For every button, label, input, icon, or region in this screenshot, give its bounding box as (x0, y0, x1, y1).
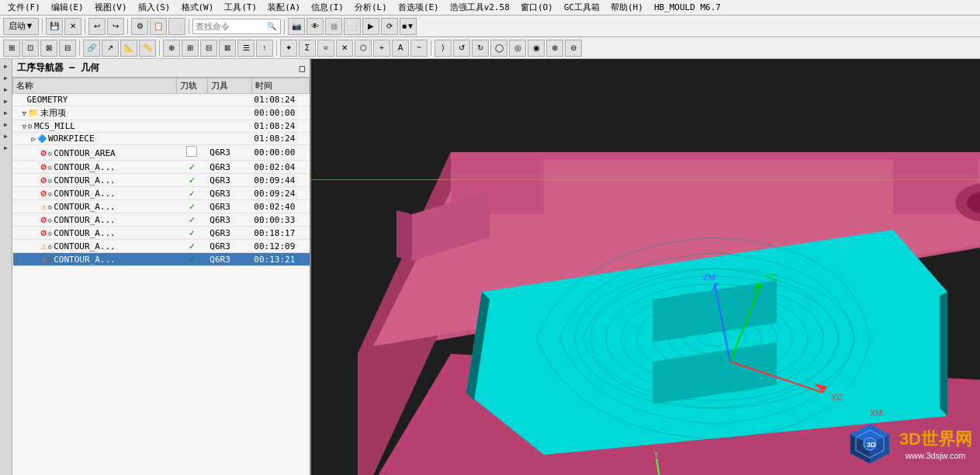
t2-bullseye[interactable]: ◉ (528, 40, 545, 57)
table-row[interactable]: ⊘⚙CONTOUR_A...✓Q6R300:18:17 (13, 227, 310, 240)
cell-time: 00:00:33 (251, 213, 309, 227)
nav-panel-close[interactable]: □ (300, 63, 305, 74)
table-row[interactable]: ▽📁未用项00:00:00 (13, 106, 310, 120)
table-row[interactable]: ▽⚙MCS_MILL01:08:24 (13, 120, 310, 133)
select-button[interactable]: ▦ (325, 18, 342, 35)
expand-icon[interactable]: ▷ (32, 135, 36, 143)
menu-file[interactable]: 文件(F) (3, 1, 45, 14)
t2-angle[interactable]: 📐 (120, 40, 137, 57)
t2-btn4[interactable]: ⊟ (59, 40, 76, 57)
t2-hex[interactable]: ⬡ (355, 40, 372, 57)
table-row[interactable]: ⚠⚙CONTOUR_A...✓Q6R300:13:21 (13, 253, 310, 266)
table-row[interactable]: ⊘⚙CONTOUR_A...✓Q6R300:02:04 (13, 161, 310, 174)
start-button[interactable]: 启动▼ (3, 18, 39, 35)
t2-dotcirc[interactable]: ◎ (509, 40, 526, 57)
t2-btn2[interactable]: ⊡ (22, 40, 39, 57)
t2-A[interactable]: A (392, 40, 409, 57)
t2-circ2[interactable]: ◯ (490, 40, 507, 57)
t2-tilde[interactable]: ~ (410, 40, 428, 57)
t2-xmark[interactable]: ✕ (336, 40, 353, 57)
t2-plus[interactable]: + (373, 40, 390, 57)
t2-btn1[interactable]: ⊞ (3, 40, 20, 57)
t2-approx[interactable]: ≈ (317, 40, 334, 57)
expand-icon[interactable]: ▽ (23, 109, 26, 117)
menu-gc[interactable]: GC工具箱 (559, 1, 604, 14)
cell-name: ⚠⚙CONTOUR_A... (13, 200, 177, 213)
left-icon-3[interactable]: ▶ (1, 84, 12, 95)
t2-undo[interactable]: ↺ (453, 40, 470, 57)
menu-help[interactable]: 帮助(H) (606, 1, 648, 14)
menu-format[interactable]: 格式(W) (177, 1, 219, 14)
layers-button[interactable]: 📋 (150, 18, 167, 35)
play-button[interactable]: ▶ (362, 18, 379, 35)
menu-tools[interactable]: 工具(T) (220, 1, 261, 14)
table-row[interactable]: ⚠⚙CONTOUR_A...✓Q6R300:02:40 (13, 200, 310, 213)
menu-info[interactable]: 信息(I) (306, 1, 348, 14)
cell-time: 00:09:24 (251, 187, 309, 200)
left-icon-4[interactable]: ▶ (1, 95, 12, 106)
table-row[interactable]: ⊘⚙CONTOUR_A...✓Q6R300:09:24 (13, 187, 310, 200)
t2-minus2[interactable]: ⊖ (565, 40, 582, 57)
t2-link[interactable]: 🔗 (83, 40, 100, 57)
left-icon-1[interactable]: ▶ (1, 61, 12, 71)
cam-button[interactable]: 📷 (288, 18, 305, 35)
refresh-button[interactable]: ⟳ (381, 18, 398, 35)
menu-assembly[interactable]: 装配(A) (263, 1, 305, 14)
left-icon-2[interactable]: ▶ (1, 72, 12, 83)
col-time: 时间 (251, 78, 309, 94)
layers2-button[interactable]: ⬜ (168, 18, 185, 35)
t2-btn3[interactable]: ⊠ (40, 40, 57, 57)
t2-grid[interactable]: ⊞ (182, 40, 199, 57)
menu-hb[interactable]: HB_MOULD M6.7 (649, 2, 725, 13)
table-row[interactable]: ⊘⚙CONTOUR_A...✓Q6R300:00:33 (13, 213, 310, 227)
xm-label: XM (870, 408, 883, 418)
save-button[interactable]: 💾 (46, 18, 63, 35)
table-row[interactable]: ⊘⚙CONTOUR_AREAQ6R300:00:00 (13, 145, 310, 161)
search-input[interactable] (193, 22, 263, 31)
expand-icon[interactable]: ▽ (23, 123, 26, 130)
t2-plus2[interactable]: ⊕ (546, 40, 563, 57)
menu-analysis[interactable]: 分析(L) (350, 1, 392, 14)
left-icon-7[interactable]: ▶ (1, 130, 12, 141)
sep2 (85, 19, 85, 34)
color-button[interactable]: ■▼ (400, 18, 417, 35)
t2-arrow[interactable]: ↗ (102, 40, 119, 57)
menu-window[interactable]: 窗口(O) (516, 1, 558, 14)
table-row[interactable]: ⚠⚙CONTOUR_A...✓Q6R300:12:09 (13, 240, 310, 253)
left-icon-6[interactable]: ▶ (1, 119, 12, 130)
t2-up[interactable]: ↑ (256, 40, 273, 57)
table-row[interactable]: ▷🔷WORKPIECE01:08:24 (13, 133, 310, 145)
t2-chevron[interactable]: ⟩ (435, 40, 452, 57)
cell-name: ⊘⚙CONTOUR_AREA (13, 145, 177, 161)
menu-view[interactable]: 视图(V) (90, 1, 132, 14)
cell-toolpath: ✓ (176, 240, 207, 253)
redo-button[interactable]: ↪ (107, 18, 124, 35)
cell-toolpath: ✓ (176, 200, 207, 213)
menu-haoqiang[interactable]: 浩强工具v2.58 (445, 1, 514, 14)
menu-edit[interactable]: 编辑(E) (47, 1, 88, 14)
search-button[interactable]: 🔍 (263, 18, 280, 35)
left-icon-5[interactable]: ▶ (1, 107, 12, 118)
view-button[interactable]: 👁 (306, 18, 324, 35)
table-row[interactable]: GEOMETRY01:08:24 (13, 94, 310, 106)
cell-time: 00:12:09 (251, 240, 309, 253)
t2-star[interactable]: ✦ (280, 40, 297, 57)
snap-button[interactable]: ⬜ (344, 18, 361, 35)
t2-minus[interactable]: ⊟ (200, 40, 217, 57)
3d-scene-svg: XC YC ZM XM X Y Z (311, 59, 980, 475)
undo-button[interactable]: ↩ (88, 18, 106, 35)
menu-preferences[interactable]: 首选项(E) (393, 1, 444, 14)
t2-x[interactable]: ⊠ (219, 40, 236, 57)
t2-sigma[interactable]: Σ (299, 40, 316, 57)
t2-ruler[interactable]: 📏 (139, 40, 156, 57)
t2-circ[interactable]: ⊕ (163, 40, 180, 57)
t2-menu[interactable]: ☰ (237, 40, 255, 57)
warn-icon: ⚠ (41, 241, 47, 251)
3d-viewport[interactable]: XC YC ZM XM X Y Z (311, 59, 980, 475)
cancel-button[interactable]: ✕ (64, 18, 81, 35)
t2-redo[interactable]: ↻ (472, 40, 489, 57)
menu-insert[interactable]: 插入(S) (133, 1, 175, 14)
left-icon-8[interactable]: ▶ (1, 142, 12, 153)
settings-button[interactable]: ⚙ (131, 18, 148, 35)
table-row[interactable]: ⊘⚙CONTOUR_A...✓Q6R300:09:44 (13, 174, 310, 187)
